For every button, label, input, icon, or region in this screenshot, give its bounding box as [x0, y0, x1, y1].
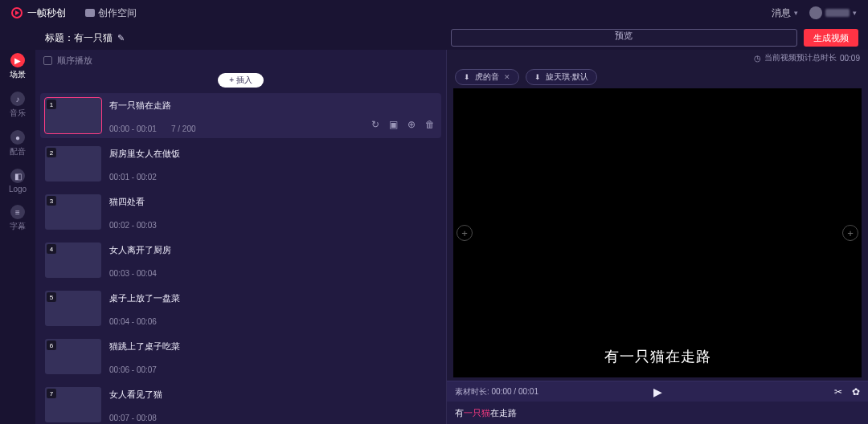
- workspace-icon: [85, 9, 95, 17]
- rail-logo[interactable]: ◧ Logo: [9, 169, 27, 194]
- settings-icon[interactable]: ✿: [852, 386, 860, 398]
- insert-button-label: + 插入: [229, 75, 252, 86]
- preview-tags: ⬇ 虎的音 ✕ ⬇ 旋天琪·默认: [447, 66, 868, 88]
- preview-button-label: 预览: [615, 30, 633, 42]
- scene-time: 00:07 - 00:08: [109, 414, 157, 422]
- delete-icon[interactable]: 🗑: [425, 119, 435, 130]
- preview-status: ◷ 当前视频预计总时长 00:09: [447, 50, 868, 66]
- image-icon[interactable]: ▣: [389, 119, 398, 130]
- user-name: [825, 9, 850, 17]
- scene-item[interactable]: 3 猫四处看 00:02 - 00:03: [40, 190, 441, 234]
- status-prefix: 当前视频预计总时长: [764, 52, 837, 63]
- next-scene-button[interactable]: +: [842, 225, 858, 241]
- scene-title: 桌子上放了一盘菜: [109, 292, 436, 304]
- clip-time: 素材时长: 00:00 / 00:01: [455, 386, 538, 398]
- download-icon: ⬇: [534, 73, 541, 81]
- user-menu[interactable]: ▾: [809, 6, 857, 19]
- scene-thumb[interactable]: 4: [45, 243, 101, 278]
- caption-text-a: 有: [455, 407, 464, 419]
- preview-caption: 有一只猫在走路: [453, 347, 862, 366]
- scene-list[interactable]: 1 有一只猫在走路 00:00 - 00:01 7 / 200 ↻ ▣ ⊕ 🗑 …: [35, 90, 446, 424]
- scene-time: 00:06 - 00:07: [109, 365, 157, 374]
- brand-logo-icon: [11, 7, 23, 18]
- scene-thumb[interactable]: 1: [45, 98, 101, 133]
- voice-tag[interactable]: ⬇ 旋天琪·默认: [526, 69, 597, 85]
- caption-editor[interactable]: 有一只猫在走路: [447, 402, 868, 424]
- chevron-down-icon: ▾: [853, 9, 857, 17]
- scene-title: 猫跳上了桌子吃菜: [109, 340, 436, 353]
- preview-button[interactable]: 预览: [451, 29, 798, 47]
- messages-label: 消息: [772, 6, 791, 20]
- scene-number: 4: [47, 244, 56, 254]
- play-button[interactable]: ▶: [653, 385, 662, 398]
- scene-thumb[interactable]: 3: [45, 194, 101, 230]
- insert-button[interactable]: + 插入: [218, 73, 264, 88]
- scene-thumb[interactable]: 6: [45, 339, 101, 374]
- rail-subtitle[interactable]: ≡ 字幕: [10, 205, 26, 232]
- scene-time: 00:01 - 00:02: [109, 173, 157, 181]
- scene-number: 1: [47, 100, 56, 109]
- scene-title: 猫四处看: [109, 196, 436, 208]
- subtitle-icon: ≡: [10, 205, 25, 219]
- brand[interactable]: 一帧秒创: [11, 6, 66, 20]
- prev-scene-button[interactable]: +: [457, 225, 473, 241]
- workspace-label: 创作空间: [98, 6, 137, 20]
- rail-music-label: 音乐: [10, 108, 26, 119]
- scene-title: 厨房里女人在做饭: [109, 148, 436, 160]
- cut-icon[interactable]: ✂: [834, 386, 842, 398]
- rail-scene[interactable]: ▶ 场景: [10, 53, 26, 80]
- scene-number: 7: [47, 389, 56, 398]
- scene-item[interactable]: 6 猫跳上了桌子吃菜 00:06 - 00:07: [40, 334, 441, 379]
- rail-voice-label: 配音: [10, 146, 26, 157]
- workspace-nav[interactable]: 创作空间: [85, 6, 137, 20]
- title-value: 有一只猫: [74, 31, 113, 45]
- scene-title: 有一只猫在走路: [109, 100, 436, 112]
- scene-options: 顺序播放: [35, 50, 446, 71]
- scene-title: 女人离开了厨房: [109, 244, 436, 256]
- scene-number: 3: [47, 196, 56, 206]
- scene-item[interactable]: 1 有一只猫在走路 00:00 - 00:01 7 / 200 ↻ ▣ ⊕ 🗑: [40, 93, 441, 138]
- scene-title: 女人看见了猫: [109, 389, 436, 401]
- scene-time: 00:02 - 00:03: [109, 221, 157, 230]
- audio-tag-label: 虎的音: [475, 71, 499, 83]
- scene-panel: 顺序播放 + 插入 1 有一只猫在走路 00:00 - 00:01 7 / 20…: [35, 50, 447, 424]
- title-prefix: 标题：: [45, 31, 74, 45]
- caption-text-highlight: 一只猫: [464, 407, 490, 419]
- audio-tag[interactable]: ⬇ 虎的音 ✕: [455, 69, 519, 85]
- rail-music[interactable]: ♪ 音乐: [10, 92, 26, 119]
- scene-item[interactable]: 2 厨房里女人在做饭 00:01 - 00:02: [40, 141, 441, 186]
- add-icon[interactable]: ⊕: [407, 119, 416, 130]
- messages-menu[interactable]: 消息 ▾: [772, 6, 798, 20]
- scene-number: 6: [47, 340, 56, 350]
- scene-item[interactable]: 4 女人离开了厨房 00:03 - 00:04: [40, 238, 441, 283]
- scene-thumb[interactable]: 5: [45, 291, 101, 326]
- scene-thumb[interactable]: 2: [45, 146, 101, 181]
- clock-icon: ◷: [754, 54, 761, 63]
- left-rail: ▶ 场景 ♪ 音乐 ● 配音 ◧ Logo ≡ 字幕: [0, 50, 35, 424]
- remove-tag-icon[interactable]: ✕: [504, 73, 510, 81]
- scene-item[interactable]: 7 女人看见了猫 00:07 - 00:08: [40, 382, 441, 424]
- scene-item[interactable]: 5 桌子上放了一盘菜 00:04 - 00:06: [40, 286, 441, 331]
- preview-controls: 素材时长: 00:00 / 00:01 ▶ ✂ ✿: [447, 381, 868, 402]
- scene-thumb[interactable]: 7: [45, 387, 101, 422]
- chevron-down-icon: ▾: [794, 9, 798, 17]
- scene-time: 00:00 - 00:01: [109, 124, 157, 133]
- preview-panel: ◷ 当前视频预计总时长 00:09 ⬇ 虎的音 ✕ ⬇ 旋天琪·默认 + + 有…: [447, 50, 868, 424]
- rail-scene-label: 场景: [10, 69, 26, 80]
- generate-button[interactable]: 生成视频: [804, 29, 858, 47]
- preview-stage[interactable]: + + 有一只猫在走路: [453, 88, 862, 377]
- rail-logo-label: Logo: [9, 185, 27, 194]
- avatar-icon: [809, 6, 822, 19]
- sequential-play-checkbox[interactable]: [43, 56, 52, 65]
- brand-name: 一帧秒创: [27, 6, 66, 20]
- voice-icon: ●: [10, 130, 25, 145]
- title-row: 标题： 有一只猫 ✎ 预览 生成视频: [35, 26, 868, 50]
- caption-text-c: 在走路: [490, 407, 517, 419]
- sequential-play-label: 顺序播放: [57, 55, 92, 67]
- rail-voice[interactable]: ● 配音: [10, 130, 26, 157]
- music-icon: ♪: [10, 92, 25, 106]
- generate-button-label: 生成视频: [813, 32, 849, 44]
- refresh-icon[interactable]: ↻: [371, 119, 379, 130]
- edit-title-icon[interactable]: ✎: [117, 33, 125, 43]
- scene-number: 2: [47, 148, 56, 157]
